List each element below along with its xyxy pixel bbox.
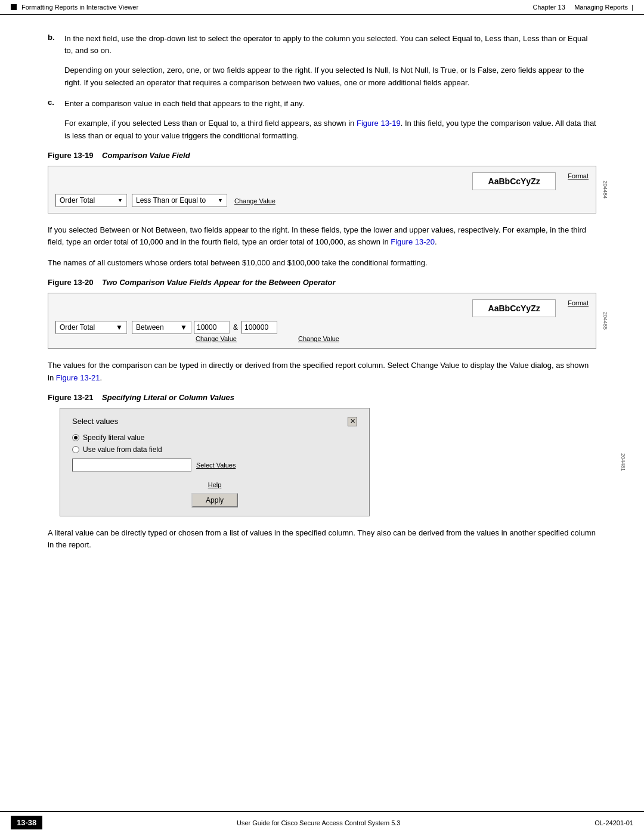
dialog-buttons: Help Apply <box>72 481 357 507</box>
para-4: The names of all customers whose orders … <box>48 257 596 270</box>
radio2-label: Use value from data field <box>83 445 162 454</box>
list-item-c: c. Enter a comparison value in each fiel… <box>48 98 596 110</box>
fig21-dialog: Select values ✕ Specify literal value Us… <box>60 408 370 516</box>
radio-row-1: Specify literal value <box>72 433 357 442</box>
fig19-caption: Figure 13-19 Comparison Value Field <box>48 151 596 160</box>
page-header: Formatting Reports in Interactive Viewer… <box>0 0 644 15</box>
header-section: Managing Reports <box>574 4 628 11</box>
fig20-side-num: 204485 <box>602 312 608 330</box>
fig20-inner: AaBbCcYyZz Format Order Total ▼ Between … <box>48 293 596 348</box>
para5-part2: . <box>100 373 102 382</box>
fig19-preview: AaBbCcYyZz <box>472 172 556 190</box>
fig20-change2[interactable]: Change Value <box>298 335 339 342</box>
fig20-arrow1: ▼ <box>116 323 123 332</box>
list-item-b: b. In the next field, use the drop-down … <box>48 33 596 56</box>
fig19-title: Comparison Value Field <box>102 151 190 160</box>
fig20-num: Figure 13-20 <box>48 278 94 287</box>
page-number: 13-38 <box>11 816 42 829</box>
fig20-title: Two Comparison Value Fields Appear for t… <box>102 278 336 287</box>
fig19-dropdown-arrow2: ▼ <box>218 197 223 203</box>
fig20-value2[interactable]: 100000 <box>242 321 277 334</box>
fig21-title: Specifying Literal or Column Values <box>102 393 234 402</box>
fig19-dropdown-arrow1: ▼ <box>117 197 123 203</box>
fig19-top: AaBbCcYyZz Format <box>55 172 589 190</box>
fig19-format-link[interactable]: Format <box>568 172 589 179</box>
fig20-caption: Figure 13-20 Two Comparison Value Fields… <box>48 278 596 287</box>
fig20-preview: AaBbCcYyZz <box>472 299 556 317</box>
fig19-operator[interactable]: Less Than or Equal to ▼ <box>132 194 227 207</box>
para3-part1: If you selected Between or Not Between, … <box>48 225 586 247</box>
fig19-row: Order Total ▼ Less Than or Equal to ▼ Ch… <box>55 194 589 207</box>
fig20-format-link[interactable]: Format <box>568 299 589 306</box>
dialog-close-icon: ✕ <box>350 417 355 425</box>
dialog-close-button[interactable]: ✕ <box>348 417 357 426</box>
fig20-top: AaBbCcYyZz Format <box>55 299 589 317</box>
fig21-side-num: 204481 <box>620 453 626 471</box>
fig19-side-num: 204484 <box>602 181 608 199</box>
radio-literal[interactable] <box>72 434 79 441</box>
dialog-select-values-link[interactable]: Select Values <box>196 462 236 469</box>
fig21-num: Figure 13-21 <box>48 393 94 402</box>
footer-left: User Guide for Cisco Secure Access Contr… <box>237 819 401 826</box>
fig20-change-row: Change Value Change Value <box>196 335 589 342</box>
dialog-title: Select values <box>72 417 118 426</box>
dialog-input-field[interactable] <box>72 459 191 472</box>
header-chapter: Chapter 13 <box>532 4 565 11</box>
fig21-caption: Figure 13-21 Specifying Literal or Colum… <box>48 393 596 402</box>
radio-row-2: Use value from data field <box>72 445 357 454</box>
fig20-amp: & <box>233 323 238 332</box>
para3-link[interactable]: Figure 13-20 <box>391 237 435 246</box>
fig19-right: Change Value <box>230 196 275 205</box>
fig20-value1[interactable]: 10000 <box>194 321 230 334</box>
header-left: Formatting Reports in Interactive Viewer <box>11 4 138 11</box>
dialog-input-row: Select Values <box>72 459 357 472</box>
dialog-help-link[interactable]: Help <box>208 481 222 488</box>
para2-link[interactable]: Figure 13-19 <box>357 119 401 128</box>
item-b-text: In the next field, use the drop-down lis… <box>64 33 596 56</box>
item-c-text: Enter a comparison value in each field t… <box>64 98 596 110</box>
radio1-label: Specify literal value <box>83 433 144 442</box>
fig20-box: AaBbCcYyZz Format Order Total ▼ Between … <box>48 293 596 349</box>
para-3: If you selected Between or Not Between, … <box>48 224 596 249</box>
para-5: The values for the comparison can be typ… <box>48 360 596 385</box>
para-1: Depending on your selection, zero, one, … <box>64 64 596 89</box>
header-marker <box>11 4 17 10</box>
para2-part1: For example, if you selected Less than o… <box>64 119 357 128</box>
item-b-letter: b. <box>48 33 57 56</box>
fig19-change-value[interactable]: Change Value <box>234 197 275 205</box>
fig20-row: Order Total ▼ Between ▼ 10000 & 100000 <box>55 321 589 334</box>
item-c-letter: c. <box>48 98 57 110</box>
dialog-apply-button[interactable]: Apply <box>191 493 238 507</box>
para5-link[interactable]: Figure 13-21 <box>56 373 100 382</box>
radio-data-field[interactable] <box>72 446 79 453</box>
fig20-operator[interactable]: Between ▼ <box>132 321 191 334</box>
fig20-field1[interactable]: Order Total ▼ <box>55 321 127 334</box>
para5-part1: The values for the comparison can be typ… <box>48 361 589 382</box>
page-footer: 13-38 User Guide for Cisco Secure Access… <box>0 811 644 833</box>
footer-right: OL-24201-01 <box>595 819 633 826</box>
fig19-box: AaBbCcYyZz Format Order Total ▼ Less Tha… <box>48 166 596 213</box>
para-6: A literal value can be directly typed or… <box>48 527 596 552</box>
fig20-arrow2: ▼ <box>180 323 187 332</box>
fig19-inner: AaBbCcYyZz Format Order Total ▼ Less Tha… <box>48 166 596 213</box>
para3-part2: . <box>435 237 437 246</box>
fig19-num: Figure 13-19 <box>48 151 94 160</box>
header-right: Chapter 13 Managing Reports | <box>532 4 633 11</box>
fig19-field1[interactable]: Order Total ▼ <box>55 194 127 207</box>
dialog-title-bar: Select values ✕ <box>72 417 357 426</box>
content-area: b. In the next field, use the drop-down … <box>0 15 644 578</box>
fig20-change1[interactable]: Change Value <box>196 335 255 342</box>
para-2: For example, if you selected Less than o… <box>64 117 596 143</box>
header-subsection: Formatting Reports in Interactive Viewer <box>21 4 138 11</box>
